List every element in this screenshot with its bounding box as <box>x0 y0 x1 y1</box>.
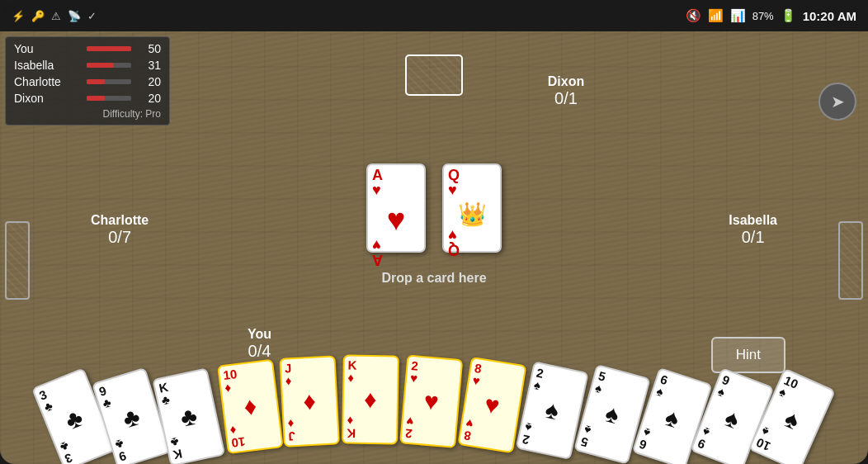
card-rank-bottom: 5♠ <box>579 424 630 459</box>
player-right-name: Isabella <box>729 213 777 228</box>
played-card-ace-hearts: A♥ ♥ A♥ <box>366 163 426 253</box>
warning-icon: ⚠ <box>51 10 61 22</box>
played-card-queen-hearts: Q♥ 👑 Q♥ <box>442 163 502 253</box>
card-rank-top: 5♠ <box>594 369 645 405</box>
signal-icon: 📊 <box>730 8 746 23</box>
key-icon: 🔑 <box>31 10 45 22</box>
hand-cards-container: 3♣ ♣ 3♣ 9♣ ♣ 9♣ K♣ <box>63 357 805 461</box>
player-top-name: Dixon <box>548 74 584 89</box>
card-rank-bottom: 3♣ <box>59 425 111 464</box>
hand-card-5[interactable]: J♦ ♦ J♦ <box>279 355 340 447</box>
card-rank-top: 2♠ <box>533 366 583 400</box>
deck-card <box>405 54 463 96</box>
card-rank-top: 6♠ <box>655 372 707 410</box>
card-suit-center: ♣ <box>61 403 87 435</box>
ace-top: A♥ <box>372 168 420 197</box>
card-8-hearts[interactable]: 8♥ ♥ 8♥ <box>457 357 526 453</box>
card-rank-bottom: 10♠ <box>754 425 806 464</box>
score-value-dixon: 20 <box>138 92 161 105</box>
battery-icon: 🔋 <box>781 8 796 23</box>
card-suit-center: ♦ <box>243 392 258 422</box>
card-j-diamonds[interactable]: J♦ ♦ J♦ <box>279 355 340 447</box>
player-left: Charlotte 0/7 <box>91 213 149 247</box>
score-row-dixon: Dixon 20 <box>14 92 161 105</box>
score-bar-you-container <box>87 46 131 51</box>
battery-percent: 87% <box>752 10 774 22</box>
score-row-charlotte: Charlotte 20 <box>14 75 161 88</box>
score-name-isabella: Isabella <box>14 59 80 72</box>
score-bar-isabella-container <box>87 63 131 68</box>
player-left-name: Charlotte <box>91 213 149 228</box>
card-rank-bottom: K♣ <box>169 428 219 462</box>
player-right-score: 0/1 <box>729 228 777 247</box>
score-panel: You 50 Isabella 31 Charlotte 20 <box>5 36 170 125</box>
card-k-diamonds[interactable]: K♦ ♦ K♦ <box>342 354 399 444</box>
drop-zone[interactable]: Drop a card here <box>381 271 486 286</box>
hand-area: 3♣ ♣ 3♣ 9♣ ♣ 9♣ K♣ <box>0 357 868 464</box>
card-rank-top: 9♣ <box>97 372 149 410</box>
card-2-hearts[interactable]: 2♥ ♥ 2♥ <box>399 354 463 448</box>
score-value-isabella: 31 <box>138 59 161 72</box>
card-rank-bottom: K♦ <box>347 415 394 441</box>
queen-center: 👑 <box>448 201 496 228</box>
card-rank-bottom: 9♠ <box>696 425 748 464</box>
status-icons-left: ⚡ 🔑 ⚠ 📡 ✓ <box>12 10 97 22</box>
time-display: 10:20 AM <box>803 9 856 23</box>
center-deck <box>405 54 463 99</box>
score-name-you: You <box>14 42 80 55</box>
ace-bottom: A♥ <box>372 238 420 268</box>
check-icon: ✓ <box>87 10 97 22</box>
right-side-stack <box>838 221 863 300</box>
game-area: You 50 Isabella 31 Charlotte 20 <box>0 31 868 464</box>
difficulty-label: Difficulty: Pro <box>14 108 161 120</box>
card-rank-bottom: 10♦ <box>229 419 278 450</box>
card-rank-bottom: 8♥ <box>463 417 512 448</box>
phone-frame: ⚡ 🔑 ⚠ 📡 ✓ 🔇 📶 📊 87% 🔋 10:20 AM You 50 <box>0 0 868 464</box>
card-rank-bottom: 9♣ <box>114 426 165 463</box>
compass-button[interactable]: ➤ <box>818 83 856 121</box>
card-rank-top: K♣ <box>158 372 208 406</box>
card-rank-top: 10♦ <box>223 363 271 394</box>
score-bar-dixon-container <box>87 96 131 101</box>
card-rank-bottom: 6♠ <box>638 426 690 464</box>
card-suit-center: ♠ <box>543 395 562 426</box>
score-bar-charlotte-container <box>87 79 131 84</box>
player-left-score: 0/7 <box>91 228 149 247</box>
score-bar-you <box>87 46 131 51</box>
ace-center: ♥ <box>372 202 420 238</box>
status-bar: ⚡ 🔑 ⚠ 📡 ✓ 🔇 📶 📊 87% 🔋 10:20 AM <box>0 0 868 31</box>
score-name-dixon: Dixon <box>14 92 80 105</box>
card-rank-top: 10♠ <box>777 374 829 415</box>
card-rank-top: J♦ <box>285 360 332 387</box>
mute-icon: 🔇 <box>686 8 701 23</box>
left-side-stack <box>5 221 30 300</box>
card-rank-top: 8♥ <box>472 362 521 393</box>
card-suit-center: ♠ <box>602 399 622 429</box>
score-value-you: 50 <box>138 42 161 55</box>
hand-card-7[interactable]: 2♥ ♥ 2♥ <box>399 354 463 448</box>
queen-top: Q♥ <box>448 168 496 197</box>
hand-card-4[interactable]: 10♦ ♦ 10♦ <box>217 359 284 454</box>
card-rank-bottom: J♦ <box>287 416 334 443</box>
card-rank-bottom: 2♠ <box>521 421 572 455</box>
usb-icon: ⚡ <box>12 10 25 22</box>
hand-card-8[interactable]: 8♥ ♥ 8♥ <box>457 357 526 453</box>
queen-bottom: Q♥ <box>448 228 496 258</box>
score-row-you: You 50 <box>14 42 161 55</box>
status-right: 🔇 📶 📊 87% 🔋 10:20 AM <box>686 8 856 23</box>
hand-card-6[interactable]: K♦ ♦ K♦ <box>342 354 399 444</box>
player-top-score: 0/1 <box>548 89 584 108</box>
card-suit-center: ♠ <box>721 404 743 434</box>
card-10-diamonds[interactable]: 10♦ ♦ 10♦ <box>217 359 284 454</box>
card-suit-center: ♣ <box>178 402 200 433</box>
wifi-icon: 📶 <box>708 8 724 23</box>
card-suit-center: ♥ <box>422 386 440 415</box>
card-suit-center: ♠ <box>781 405 804 436</box>
score-row-isabella: Isabella 31 <box>14 59 161 72</box>
played-cards-area: A♥ ♥ A♥ Q♥ 👑 Q♥ <box>366 114 502 253</box>
player-bottom-name: You <box>248 327 271 342</box>
score-bar-dixon <box>87 96 105 101</box>
wifi-off-icon: 📡 <box>68 10 81 22</box>
player-right: Isabella 0/1 <box>729 213 777 247</box>
score-value-charlotte: 20 <box>138 75 161 88</box>
